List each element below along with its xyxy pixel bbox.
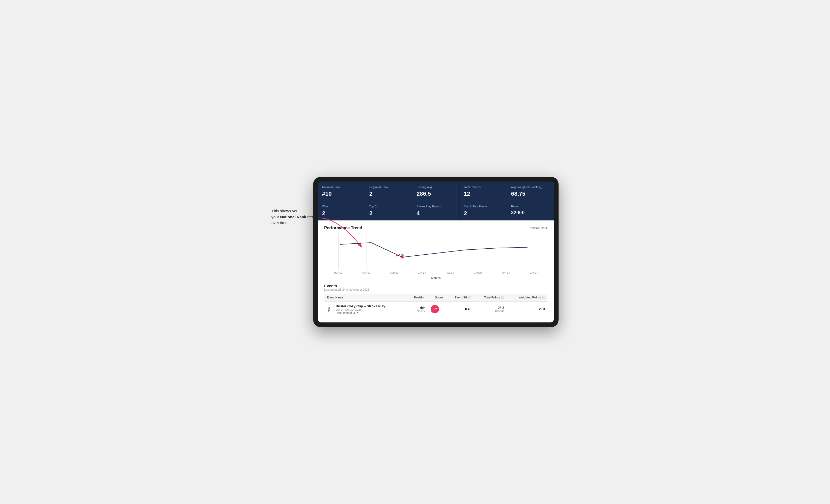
chart-x-axis-title: Months [324,276,548,279]
stat-scoring-avg: Scoring Avg. 286.5 [412,181,459,201]
stat-regional-rank-value: 2 [369,191,408,197]
event-sg-info-icon[interactable]: i [468,296,471,299]
stat-record-value: 32-8-0 [511,210,550,215]
stat-avg-weighted-label: Avg. Weighted Points i [511,185,550,189]
chart-col-dec23 [380,233,408,270]
weighted-points-value: 28.3 [539,307,545,311]
table-row: 🏌️ Buster Cozy Cup – Stroke Play Oct 9 -… [324,301,548,317]
stat-match-play-events: Match Play Events 2 [459,201,507,220]
stat-total-rounds-value: 12 [464,191,503,197]
performance-chart: #10 OCT 23 NOV 23 DEC 23 JAN 24 FEB 24 M… [324,233,548,275]
chart-col-oct23 [324,233,352,270]
stat-match-play-value: 2 [464,210,503,217]
weighted-points-info-icon[interactable]: i [542,296,545,299]
x-label-feb24: FEB 24 [436,272,464,274]
annotation-text: This shows you your National Rank trend … [272,208,318,226]
stat-avg-weighted-value: 68.75 [511,191,550,197]
performance-trend-section: Performance Trend National Rank [324,226,548,279]
performance-trend-title: Performance Trend [324,226,362,230]
stat-national-rank-label: National Rank [322,185,361,189]
total-points-info-icon[interactable]: i [501,296,504,299]
chart-col-feb24 [436,233,464,270]
content-area: Performance Trend National Rank [318,221,554,323]
rank-impact: Rank Impact: 3 ▼ [336,311,385,314]
stat-wins: Wins 2 [318,201,365,220]
chart-area: #10 [324,233,548,270]
chart-col-may24 [520,233,548,270]
stat-national-rank: National Rank #10 [318,181,365,201]
stat-scoring-avg-value: 286.5 [417,191,455,197]
stat-stroke-play-label: Stroke Play Events [417,204,455,208]
chart-col-jan24 [408,233,436,270]
rank-dot [396,254,398,257]
event-golf-icon: 🏌️ [327,307,333,312]
stat-regional-rank: Regional Rank 2 [365,181,412,201]
th-event-sg: Event SG i [446,294,474,302]
stat-wins-label: Wins [322,204,361,208]
annotation-line2: your [272,215,280,219]
events-table: Event Name Position Score Event SG i Tot… [324,294,548,317]
event-date: Oct 9 - Oct 10, 2023 [336,308,385,311]
x-label-may24: MAY 24 [520,272,548,274]
stat-scoring-avg-label: Scoring Avg. [417,185,455,189]
rank-label-10: #10 [396,254,404,257]
stat-regional-rank-label: Regional Rank [369,185,408,189]
events-section: Events Last updated: 24th November 2023 … [324,283,548,317]
chart-col-apr24 [492,233,520,270]
avg-weighted-info-icon[interactable]: i [539,186,542,189]
position-value: 6th [409,306,425,310]
chart-col-mar24 [464,233,492,270]
tablet-device: National Rank #10 Regional Rank 2 Scorin… [313,177,558,327]
x-label-dec23: DEC 23 [380,272,408,274]
x-label-mar24: MAR 24 [464,272,492,274]
rank-impact-arrow-icon: ▼ [356,311,359,314]
stats-grid-row1: National Rank #10 Regional Rank 2 Scorin… [318,181,554,201]
x-label-oct23: OCT 23 [324,272,352,274]
performance-trend-subtitle: National Rank [530,227,548,230]
position-sub-value: out of 7 [409,310,425,312]
th-score: Score [428,294,446,302]
total-points-value: 28.3 [477,306,504,310]
events-last-updated: Last updated: 24th November 2023 [324,288,548,291]
rank-label-text: #10 [399,254,404,257]
stat-national-rank-value: #10 [322,191,361,197]
stat-total-rounds-label: Total Rounds [464,185,503,189]
score-badge: -22 [430,305,439,313]
tablet-screen: National Rank #10 Regional Rank 2 Scorin… [318,181,554,323]
stat-match-play-label: Match Play Events [464,204,503,208]
stat-stroke-play-events: Stroke Play Events 4 [412,201,459,220]
x-label-nov23: NOV 23 [352,272,380,274]
x-label-apr24: APR 24 [492,272,520,274]
performance-trend-header: Performance Trend National Rank [324,226,548,230]
event-name-main: Buster Cozy Cup – Stroke Play [336,304,385,308]
events-table-head: Event Name Position Score Event SG i Tot… [324,294,548,302]
stat-top3s: Top 3s 2 [365,201,412,220]
stat-top3s-label: Top 3s [369,204,408,208]
event-name-info: Buster Cozy Cup – Stroke Play Oct 9 - Oc… [336,304,385,314]
stat-avg-weighted-points: Avg. Weighted Points i 68.75 [507,181,554,201]
annotation-bold: National Rank [280,215,306,219]
chart-col-nov23 [352,233,380,270]
stat-stroke-play-value: 4 [417,210,455,217]
td-score: -22 [428,301,446,317]
stat-top3s-value: 2 [369,210,408,217]
events-title: Events [324,283,548,288]
th-total-points: Total Points i [474,294,507,302]
stats-grid-row2: Wins 2 Top 3s 2 Stroke Play Events 4 Mat… [318,201,554,220]
stat-record: Record 32-8-0 [507,201,554,220]
td-total-points: 28.3 3 Rounds [474,301,507,317]
td-position: 6th out of 7 [407,301,428,317]
th-position: Position [407,294,428,302]
td-event-name-cell: 🏌️ Buster Cozy Cup – Stroke Play Oct 9 -… [324,301,407,317]
td-event-sg: 0.45 [446,301,474,317]
stat-wins-value: 2 [322,210,361,217]
th-event-name: Event Name [324,294,407,302]
stat-total-rounds: Total Rounds 12 [459,181,507,201]
x-label-jan24: JAN 24 [408,272,436,274]
stat-record-label: Record [511,204,550,208]
annotation-line1: This shows you [272,209,298,213]
chart-x-labels: OCT 23 NOV 23 DEC 23 JAN 24 FEB 24 MAR 2… [324,272,548,274]
page-wrapper: This shows you your National Rank trend … [272,177,558,327]
th-weighted-points: Weighted Points i [507,294,548,302]
events-table-header-row: Event Name Position Score Event SG i Tot… [324,294,548,302]
